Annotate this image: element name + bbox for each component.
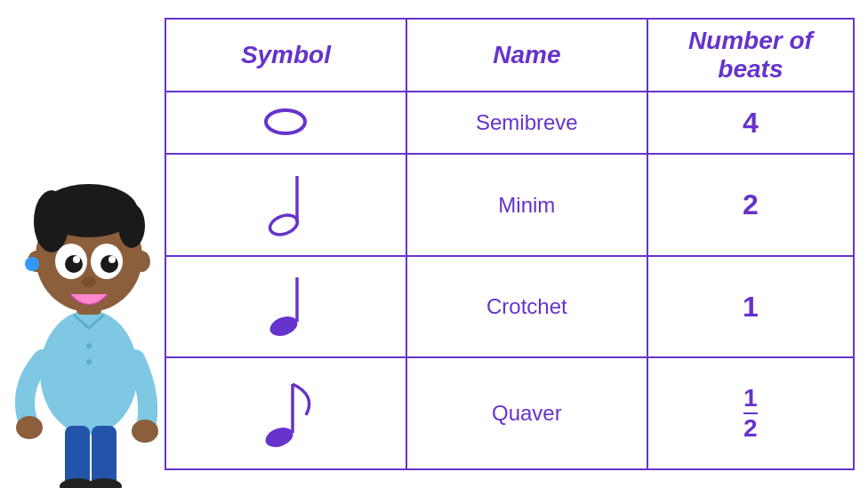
svg-point-8: [25, 257, 39, 271]
svg-point-29: [263, 424, 296, 451]
symbol-crotchet: [165, 256, 406, 358]
svg-point-14: [108, 256, 116, 263]
beats-quaver: 1 2: [647, 357, 854, 469]
table-header-row: Symbol Name Number of beats: [165, 19, 854, 92]
crotchet-icon: [259, 268, 312, 340]
music-table: Symbol Name Number of beats Semibreve: [165, 18, 855, 470]
table-row: Crotchet 1: [165, 256, 854, 358]
svg-point-4: [34, 190, 69, 252]
symbol-minim: [165, 154, 406, 256]
svg-point-16: [16, 416, 43, 439]
header-symbol: Symbol: [165, 19, 406, 92]
svg-point-5: [118, 204, 145, 248]
svg-point-23: [86, 359, 92, 364]
svg-point-15: [82, 276, 96, 287]
table-row: Minim 2: [165, 154, 854, 256]
name-quaver: Quaver: [406, 357, 647, 469]
name-crotchet: Crotchet: [406, 256, 647, 358]
beats-crotchet: 1: [647, 256, 854, 358]
svg-point-22: [86, 343, 92, 348]
svg-point-27: [268, 313, 301, 340]
svg-point-17: [132, 420, 158, 443]
minim-icon: [259, 167, 312, 238]
fraction-half: 1 2: [743, 386, 758, 441]
svg-point-7: [133, 251, 150, 272]
svg-point-24: [266, 110, 305, 133]
table-row: Quaver 1 2: [165, 357, 854, 469]
symbol-quaver: [165, 357, 406, 469]
main-scene: Symbol Name Number of beats Semibreve: [0, 0, 868, 488]
music-table-container: Symbol Name Number of beats Semibreve: [165, 18, 855, 470]
quaver-icon: [254, 371, 317, 451]
header-beats: Number of beats: [647, 19, 854, 92]
symbol-semibreve: [165, 92, 406, 154]
svg-point-13: [73, 256, 80, 263]
name-minim: Minim: [406, 154, 647, 256]
character-area: [0, 26, 178, 488]
name-semibreve: Semibreve: [406, 92, 647, 154]
character-illustration: [7, 44, 172, 488]
header-name: Name: [406, 19, 647, 92]
beats-minim: 2: [647, 154, 854, 256]
table-row: Semibreve 4: [165, 92, 854, 154]
semibreve-icon: [259, 102, 312, 138]
beats-semibreve: 4: [647, 92, 854, 154]
svg-point-25: [268, 212, 301, 238]
